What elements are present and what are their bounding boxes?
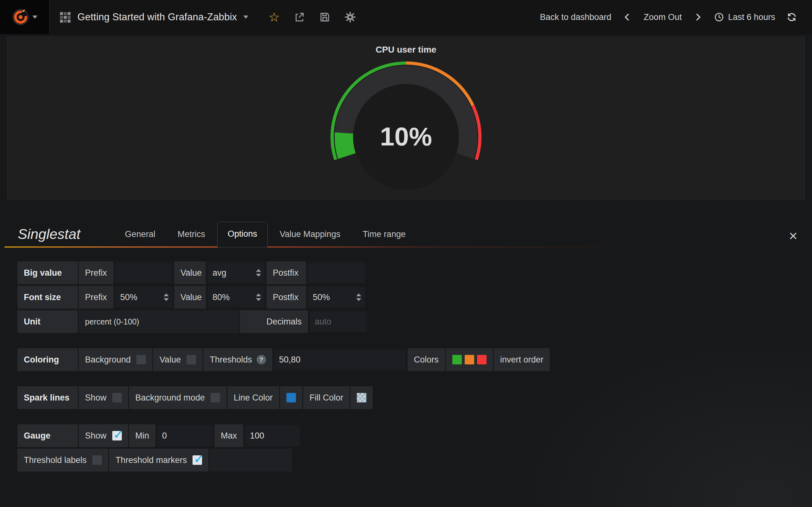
- options-form: Big value Prefix Value avg Postfix Font …: [0, 247, 812, 471]
- gauge-panel[interactable]: CPU user time 10%: [7, 37, 805, 199]
- share-icon: [294, 11, 305, 23]
- tab-value-mappings[interactable]: Value Mappings: [270, 222, 351, 247]
- navbar-right: Back to dashboard Zoom Out Last 6 hours: [540, 0, 812, 34]
- thresholds-label: Thresholds: [210, 355, 252, 365]
- help-icon[interactable]: ?: [257, 355, 266, 364]
- tab-options[interactable]: Options: [217, 222, 268, 247]
- dashboard-grid-icon: [59, 11, 71, 23]
- refresh-button[interactable]: [784, 9, 799, 25]
- coloring-value-toggle: Value: [153, 348, 202, 371]
- prefix-label: Prefix: [79, 262, 113, 284]
- threshold-markers-checkbox[interactable]: [193, 455, 202, 465]
- threshold-color-swatch-orange[interactable]: [465, 355, 474, 364]
- background-mode-label: Background mode: [136, 393, 205, 403]
- big-value-stat-select[interactable]: avg: [207, 262, 265, 284]
- time-shift-back-button[interactable]: [620, 10, 635, 24]
- background-mode-checkbox[interactable]: [211, 393, 220, 402]
- spark-lines-label: Spark lines: [17, 386, 78, 409]
- panel-editor: Singlestat General Metrics Options Value…: [0, 221, 812, 507]
- tab-time-range[interactable]: Time range: [352, 222, 416, 247]
- big-value-prefix-input[interactable]: [114, 262, 173, 284]
- save-icon: [319, 11, 331, 23]
- dashboard-page: CPU user time 10% Singlestat General Met…: [0, 34, 812, 507]
- refresh-icon: [786, 12, 797, 22]
- star-icon: ☆: [268, 11, 280, 23]
- thresholds-input[interactable]: [273, 348, 407, 371]
- fill-color-swatch[interactable]: [357, 393, 366, 402]
- prefix-label: Prefix: [79, 286, 113, 308]
- value-label: Value: [174, 262, 206, 284]
- spinner-icon: [164, 293, 169, 301]
- threshold-color-swatch-red[interactable]: [477, 355, 487, 364]
- big-value-label: Big value: [17, 262, 78, 284]
- grafana-app: Getting Started with Grafana-Zabbix ☆: [0, 0, 812, 507]
- gauge-max-input[interactable]: [244, 424, 301, 447]
- tab-metrics[interactable]: Metrics: [167, 222, 215, 247]
- select-value: 50%: [313, 292, 330, 302]
- top-navbar: Getting Started with Grafana-Zabbix ☆: [0, 0, 812, 34]
- prefix-font-size-select[interactable]: 50%: [114, 286, 173, 308]
- unit-picker[interactable]: percent (0-100): [79, 310, 239, 333]
- chevron-down-icon: [243, 15, 248, 19]
- sparkline-show-checkbox[interactable]: [112, 393, 122, 402]
- save-button[interactable]: [314, 7, 335, 27]
- coloring-background-toggle: Background: [79, 348, 152, 371]
- threshold-labels-checkbox[interactable]: [92, 455, 102, 465]
- select-value: 80%: [212, 292, 230, 302]
- show-label: Show: [85, 431, 107, 441]
- zoom-out-button[interactable]: Zoom Out: [644, 12, 681, 22]
- big-value-postfix-input[interactable]: [307, 262, 366, 284]
- invert-order-button[interactable]: invert order: [494, 348, 550, 371]
- fill-color-swatch-cell: [351, 386, 373, 409]
- coloring-label: Coloring: [17, 348, 78, 371]
- line-color-swatch[interactable]: [287, 393, 296, 402]
- gauge-show-checkbox[interactable]: [112, 431, 122, 441]
- threshold-markers-toggle: Threshold markers: [109, 449, 208, 471]
- settings-button[interactable]: [340, 7, 361, 27]
- postfix-label: Postfix: [266, 262, 306, 284]
- threshold-markers-label: Threshold markers: [115, 455, 187, 465]
- font-size-row: Font size Prefix 50% Value 80% Postfix: [17, 286, 812, 308]
- grafana-logo-icon: [12, 9, 29, 26]
- decimals-input[interactable]: [309, 310, 368, 333]
- thresholds-cell: Thresholds ?: [203, 348, 272, 371]
- gauge-min-input[interactable]: [156, 424, 213, 447]
- tab-general[interactable]: General: [115, 222, 165, 247]
- background-label: Background: [85, 355, 131, 365]
- gauge-value: 10%: [380, 122, 432, 151]
- stat-select-value: avg: [212, 268, 226, 278]
- value-font-size-select[interactable]: 80%: [207, 286, 265, 308]
- time-shift-forward-button[interactable]: [691, 10, 705, 24]
- spinner-icon: [356, 293, 361, 301]
- background-checkbox[interactable]: [136, 355, 146, 364]
- decimals-label: Decimals: [240, 310, 308, 333]
- value-checkbox[interactable]: [187, 355, 196, 364]
- clock-icon: [714, 12, 724, 22]
- star-button[interactable]: ☆: [264, 7, 285, 27]
- spinner-icon: [256, 269, 261, 277]
- spark-lines-row: Spark lines Show Background mode Line Co…: [17, 386, 812, 409]
- threshold-labels-label: Threshold labels: [24, 455, 87, 465]
- time-picker-button[interactable]: Last 6 hours: [714, 12, 775, 22]
- dashboard-title: Getting Started with Grafana-Zabbix: [78, 11, 237, 23]
- back-to-dashboard-link[interactable]: Back to dashboard: [540, 12, 611, 22]
- chevron-left-icon: [623, 12, 632, 22]
- postfix-font-size-select[interactable]: 50%: [307, 286, 366, 308]
- navbar-actions: ☆: [264, 0, 361, 34]
- big-value-row: Big value Prefix Value avg Postfix: [17, 262, 812, 284]
- threshold-color-swatch-green[interactable]: [452, 355, 462, 364]
- panel-title: CPU user time: [375, 45, 436, 55]
- gauge-row: Gauge Show Min Max: [17, 424, 812, 447]
- max-label: Max: [214, 424, 243, 447]
- grafana-menu-button[interactable]: [0, 0, 49, 34]
- unit-label: Unit: [17, 310, 78, 333]
- sparkline-show-toggle: Show: [79, 386, 128, 409]
- gauge-show-toggle: Show: [79, 424, 128, 447]
- colors-label: Colors: [408, 348, 445, 371]
- share-button[interactable]: [289, 7, 310, 27]
- dashboard-title-button[interactable]: Getting Started with Grafana-Zabbix: [49, 0, 258, 34]
- close-icon[interactable]: ×: [786, 228, 801, 247]
- value-label: Value: [174, 286, 206, 308]
- select-value: 50%: [120, 292, 137, 302]
- show-label: Show: [85, 393, 107, 403]
